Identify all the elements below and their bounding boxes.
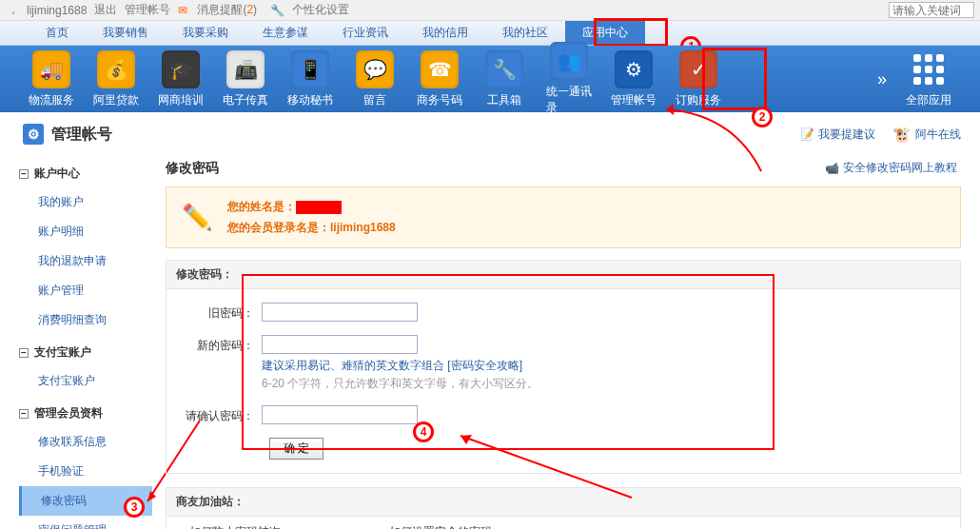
nav-item-0[interactable]: 首页 <box>29 21 86 45</box>
camera-icon: 📹 <box>825 162 839 175</box>
chevron-right-icon[interactable]: » <box>877 69 887 89</box>
label-new-password: 新的密码： <box>186 335 262 354</box>
grid-icon <box>910 50 948 88</box>
app-留言[interactable]: 💬留言 <box>352 50 398 108</box>
side-item-我的退款申请[interactable]: 我的退款申请 <box>19 246 152 276</box>
side-group-支付宝账户[interactable]: −支付宝账户 <box>19 339 152 366</box>
annotation-circle-2: 2 <box>752 107 773 127</box>
app-icon: 💬 <box>356 50 394 88</box>
panel-change-password-head: 修改密码： <box>167 261 960 289</box>
app-阿里贷款[interactable]: 💰阿里贷款 <box>93 50 139 108</box>
label-confirm-password: 请确认密码： <box>186 405 262 424</box>
nav-item-2[interactable]: 我要采购 <box>166 21 245 45</box>
old-password-input[interactable] <box>262 303 418 322</box>
nav-item-5[interactable]: 我的信用 <box>405 21 485 45</box>
app-icon: 👥 <box>550 42 588 80</box>
app-icon: 🚚 <box>32 50 70 88</box>
side-item-我的账户[interactable]: 我的账户 <box>19 187 152 217</box>
personalize-link[interactable]: 个性化设置 <box>292 2 349 18</box>
login-name: lijiming1688 <box>330 221 396 234</box>
app-label: 订购服务 <box>676 92 721 108</box>
suggest-link[interactable]: 📝我要提建议 <box>800 127 875 143</box>
app-label: 移动秘书 <box>287 92 333 108</box>
app-icon: ☎ <box>421 50 459 88</box>
side-item-消费明细查询[interactable]: 消费明细查询 <box>19 305 152 335</box>
app-label: 电子传真 <box>223 92 268 108</box>
label-old-password: 旧密码： <box>186 303 262 322</box>
app-label: 阿里贷款 <box>93 92 139 108</box>
side-item-密保问题管理[interactable]: 密保问题管理 <box>19 516 152 529</box>
password-tip: 建议采用易记、难猜的英文数字组合 [密码安全攻略] <box>262 358 941 374</box>
app-icon: ⚙ <box>615 50 653 88</box>
app-商务号码[interactable]: ☎商务号码 <box>417 50 462 108</box>
new-password-input[interactable] <box>262 335 418 354</box>
app-icon: 📠 <box>226 50 265 88</box>
side-item-账户管理[interactable]: 账户管理 <box>19 276 152 305</box>
app-管理帐号[interactable]: ⚙管理帐号 <box>611 50 657 108</box>
app-label: 商务号码 <box>417 92 462 108</box>
all-apps-label: 全部应用 <box>906 92 951 108</box>
submit-button[interactable]: 确 定 <box>269 438 323 460</box>
side-item-支付宝账户[interactable]: 支付宝账户 <box>19 366 152 396</box>
app-移动秘书[interactable]: 📱移动秘书 <box>287 50 333 108</box>
pencil-icon: ✏️ <box>180 201 214 235</box>
all-apps[interactable]: 全部应用 <box>906 50 951 108</box>
password-tip2: 6-20 个字符，只允许数字和英文字母，有大小写区分。 <box>262 376 941 392</box>
msg-link[interactable]: 消息提醒(2) <box>197 2 257 18</box>
minus-icon: − <box>19 169 29 179</box>
tip-item-0[interactable]: 如何防止密码被盗 <box>189 524 281 529</box>
logout-link[interactable]: 退出 <box>94 2 117 18</box>
app-icon: 🎓 <box>162 50 200 88</box>
top-username: lijiming1688 <box>27 4 87 17</box>
annotation-circle-4: 4 <box>413 421 434 442</box>
side-group-管理会员资料[interactable]: −管理会员资料 <box>19 400 152 427</box>
wrench-icon: 🔧 <box>270 4 284 17</box>
app-工具箱[interactable]: 🔧工具箱 <box>481 50 527 108</box>
side-item-账户明细[interactable]: 账户明细 <box>19 217 152 246</box>
minus-icon: − <box>19 348 29 358</box>
app-网商培训[interactable]: 🎓网商培训 <box>158 50 204 108</box>
side-item-手机验证[interactable]: 手机验证 <box>19 457 152 486</box>
app-icon: 💰 <box>97 50 135 88</box>
name-label: 您的姓名是： <box>227 200 296 213</box>
page-title: 管理帐号 <box>51 125 112 145</box>
panel-tips-head: 商友加油站： <box>167 488 960 517</box>
app-电子传真[interactable]: 📠电子传真 <box>223 50 268 108</box>
aniu-link[interactable]: 🐮阿牛在线 <box>892 126 961 144</box>
app-label: 工具箱 <box>487 92 521 108</box>
nav-item-3[interactable]: 生意参谋 <box>245 21 325 45</box>
side-item-修改联系信息[interactable]: 修改联系信息 <box>19 427 152 457</box>
login-label: 您的会员登录名是： <box>227 221 330 234</box>
redacted-name <box>296 201 342 214</box>
nav-item-1[interactable]: 我要销售 <box>86 21 166 45</box>
app-订购服务[interactable]: ✓订购服务 <box>676 50 721 108</box>
search-input[interactable] <box>889 2 974 18</box>
nav-item-4[interactable]: 行业资讯 <box>325 21 405 45</box>
app-icon: 🔧 <box>485 50 523 88</box>
app-icon: ✓ <box>679 50 717 88</box>
app-label: 网商培训 <box>158 92 204 108</box>
app-icon: 📱 <box>291 50 329 88</box>
gear-icon: ⚙ <box>23 124 44 145</box>
help-link[interactable]: 📹安全修改密码网上教程 <box>825 160 957 176</box>
annotation-circle-3: 3 <box>124 497 145 518</box>
envelope-icon: ✉ <box>178 4 187 17</box>
tip-item-1[interactable]: 如何设置安全的密码 <box>389 524 492 529</box>
app-统一通讯录[interactable]: 👥统一通讯录 <box>546 42 592 116</box>
confirm-password-input[interactable] <box>262 405 418 424</box>
cow-icon: 🐮 <box>892 126 911 144</box>
app-label: 统一通讯录 <box>546 84 592 116</box>
minus-icon: − <box>19 409 29 419</box>
side-group-账户中心[interactable]: −账户中心 <box>19 160 152 187</box>
app-label: 管理帐号 <box>611 92 657 108</box>
top-manage-account[interactable]: 管理帐号 <box>125 2 170 18</box>
app-label: 留言 <box>363 92 386 108</box>
app-物流服务[interactable]: 🚚物流服务 <box>29 50 74 108</box>
app-label: 物流服务 <box>29 92 74 108</box>
